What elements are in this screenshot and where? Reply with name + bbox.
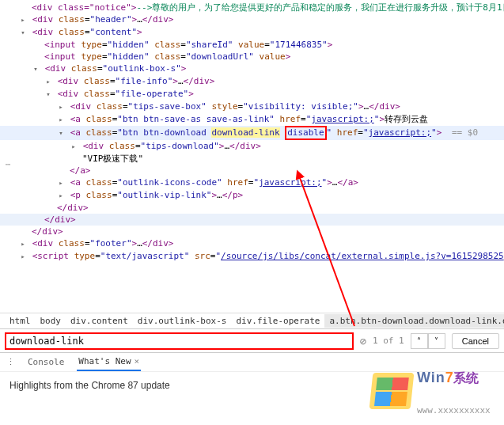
brand-zh: 系统 — [453, 371, 479, 385]
node-close-div3[interactable]: </div> — [0, 214, 504, 226]
brand-prefix: Win — [417, 370, 445, 385]
node-tips-download[interactable]: ▸ <div class="tips-download">…</div> — [0, 140, 504, 153]
chevron-down-icon: ˅ — [434, 336, 438, 345]
expand-arrow-icon[interactable]: ▸ — [57, 101, 65, 113]
drawer-menu-icon[interactable]: ⋮ — [6, 357, 15, 367]
node-save-link[interactable]: ▸ <a class="btn btn-save-as save-as-link… — [0, 113, 504, 126]
find-cancel-button[interactable]: Cancel — [452, 333, 499, 349]
node-file-info[interactable]: ▸ <div class="file-info">…</div> — [0, 75, 504, 88]
collapse-arrow-icon[interactable]: ▾ — [44, 89, 52, 101]
node-icons-code[interactable]: ▸ <a class="outlink-icons-code" href="ja… — [0, 176, 504, 189]
collapse-arrow-icon[interactable]: ▾ — [32, 63, 40, 75]
node-download-link-selected[interactable]: ▾ <a class="btn btn-download download-li… — [0, 126, 504, 140]
node-outlink-box[interactable]: ▾ <div class="outlink-box-s"> — [0, 63, 504, 75]
node-vip-text[interactable]: "VIP极速下载" — [0, 153, 504, 165]
watermark-logo: Win7系统 www.xxxxxxxxxx — [371, 368, 498, 416]
expand-arrow-icon[interactable]: ▸ — [19, 238, 27, 250]
chevron-up-icon: ˄ — [417, 336, 421, 345]
node-tips-save[interactable]: ▸ <div class="tips-save-box" style="visi… — [0, 101, 504, 113]
windows-flag-icon — [369, 373, 415, 409]
expand-arrow-icon[interactable]: ▸ — [57, 177, 65, 189]
node-content[interactable]: ▾ <div class="content"> — [0, 26, 504, 39]
collapse-arrow-icon[interactable]: ▾ — [19, 27, 27, 39]
tab-whatsnew[interactable]: What's New× — [77, 353, 141, 371]
clear-icon[interactable]: ⊘ — [360, 335, 366, 347]
collapse-arrow-icon[interactable]: ▾ — [57, 127, 65, 139]
node-file-operate[interactable]: ▾ <div class="file-operate"> — [0, 88, 504, 101]
breadcrumb[interactable]: html body div.content div.outlink-box-s … — [0, 313, 504, 328]
selected-hint: == $0 — [447, 127, 478, 138]
node-close-a[interactable]: </a> — [0, 165, 504, 176]
crumb-file-operate[interactable]: div.file-operate — [231, 314, 324, 328]
brand-url: www.xxxxxxxxxx — [417, 405, 491, 416]
crumb-content[interactable]: div.content — [66, 314, 133, 328]
find-input[interactable] — [5, 332, 354, 350]
expand-arrow-icon[interactable]: ▸ — [44, 76, 52, 88]
red-box-disable: disable — [285, 126, 326, 140]
expand-arrow-icon[interactable]: ▸ — [70, 141, 78, 153]
node-header[interactable]: ▸ <div class="header">…</div> — [0, 13, 504, 26]
expand-arrow-icon[interactable]: ▸ — [57, 114, 65, 126]
elements-tree[interactable]: <div class="notice">-->尊敬的用户，为了给您提供更好的产品… — [0, 0, 504, 313]
find-bar: ⊘ 1 of 1 ˄ ˅ Cancel — [0, 328, 504, 352]
node-downloadurl[interactable]: <input type="hidden" class="downloadUrl"… — [0, 51, 504, 63]
node-close-div2[interactable]: </div> — [0, 226, 504, 237]
node-script[interactable]: ▸ <script type="text/javascript" src="/s… — [0, 250, 504, 263]
node-vip-link[interactable]: ▸ <p class="outlink-vip-link">…</p> — [0, 189, 504, 202]
find-prev-button[interactable]: ˄ — [411, 333, 428, 349]
close-icon[interactable]: × — [135, 356, 140, 366]
crumb-html[interactable]: html — [5, 314, 36, 328]
find-next-button[interactable]: ˅ — [428, 333, 445, 349]
crumb-active[interactable]: a.btn.btn-download.download-link.disable — [324, 314, 504, 328]
comment-node: <div class="notice">-->尊敬的用户，为了给您提供更好的产品… — [0, 2, 504, 13]
tab-console[interactable]: Console — [26, 354, 66, 370]
find-count: 1 of 1 — [373, 336, 404, 346]
node-shareid[interactable]: <input type="hidden" class="shareId" val… — [0, 39, 504, 51]
crumb-outlink[interactable]: div.outlink-box-s — [133, 314, 232, 328]
expand-arrow-icon[interactable]: ▸ — [57, 190, 65, 202]
expand-arrow-icon[interactable]: ▸ — [19, 14, 27, 26]
brand-num: 7 — [445, 370, 453, 385]
node-close-div4[interactable]: </div> — [0, 202, 504, 214]
expand-arrow-icon[interactable]: ▸ — [19, 251, 27, 263]
node-footer[interactable]: ▸ <div class="footer">…</div> — [0, 237, 504, 250]
comment-text: -->尊敬的用户，为了给您提供更好的产品和稳定的服务，我们正在进行服务升级，预计… — [136, 2, 504, 13]
crumb-body[interactable]: body — [36, 314, 66, 328]
gutter-dots-icon: ⋯ — [1, 159, 15, 169]
